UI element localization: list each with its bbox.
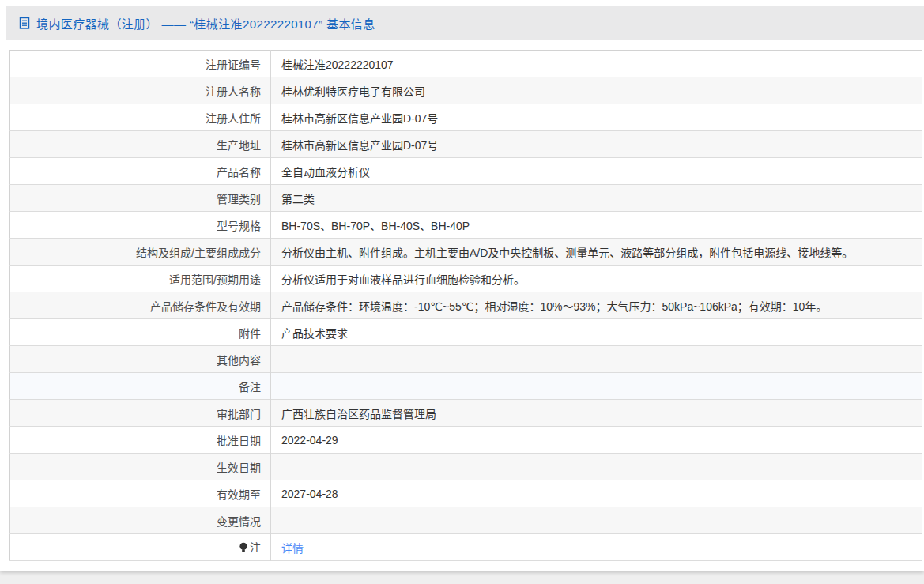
table-row: 注详情 xyxy=(10,534,922,561)
row-label: 适用范围/预期用途 xyxy=(10,266,271,292)
row-value: 桂林市高新区信息产业园D-07号 xyxy=(271,104,922,131)
row-label: 其他内容 xyxy=(10,346,271,373)
table-row: 管理类别第二类 xyxy=(10,185,922,212)
bulb-icon xyxy=(239,542,248,556)
page-title: 境内医疗器械（注册） —— “桂械注准20222220107” 基本信息 xyxy=(36,15,375,32)
row-value: 分析仪适用于对血液样品进行血细胞检验和分析。 xyxy=(271,266,922,292)
row-label: 生效日期 xyxy=(10,454,271,480)
row-value xyxy=(271,346,922,373)
row-value: 第二类 xyxy=(271,185,922,212)
content-page: 境内医疗器械（注册） —— “桂械注准20222220107” 基本信息 注册证… xyxy=(0,0,924,571)
table-row: 其他内容 xyxy=(10,346,922,373)
table-row: 备注 xyxy=(10,373,922,400)
row-label: 型号规格 xyxy=(10,212,271,239)
row-value: 分析仪由主机、附件组成。主机主要由A/D及中央控制板、测量单元、液路等部分组成，… xyxy=(271,239,922,266)
row-value: 2022-04-29 xyxy=(271,427,922,454)
page-header: 境内医疗器械（注册） —— “桂械注准20222220107” 基本信息 xyxy=(6,6,924,40)
table-row: 生效日期 xyxy=(10,454,922,480)
row-value: 2027-04-28 xyxy=(271,480,922,507)
row-label: 批准日期 xyxy=(10,427,271,454)
table-row: 注册证编号桂械注准20222220107 xyxy=(10,51,922,77)
row-label: 注 xyxy=(10,534,271,561)
table-row: 附件产品技术要求 xyxy=(10,319,922,346)
table-row: 批准日期2022-04-29 xyxy=(10,427,922,454)
row-label: 注册证编号 xyxy=(10,51,271,77)
row-label: 产品储存条件及有效期 xyxy=(10,292,271,319)
table-row: 适用范围/预期用途分析仪适用于对血液样品进行血细胞检验和分析。 xyxy=(10,266,922,292)
row-label: 生产地址 xyxy=(10,131,271,158)
row-value xyxy=(271,454,922,480)
row-label: 管理类别 xyxy=(10,185,271,212)
table-row: 注册人住所桂林市高新区信息产业园D-07号 xyxy=(10,104,922,131)
row-label: 审批部门 xyxy=(10,400,271,427)
table-row: 注册人名称桂林优利特医疗电子有限公司 xyxy=(10,77,922,104)
table-row: 产品名称全自动血液分析仪 xyxy=(10,158,922,185)
row-label: 附件 xyxy=(10,319,271,346)
table-row: 有效期至2027-04-28 xyxy=(10,480,922,507)
row-label: 注册人名称 xyxy=(10,77,271,104)
row-label: 备注 xyxy=(10,373,271,400)
row-value: 广西壮族自治区药品监督管理局 xyxy=(271,400,922,427)
table-row: 变更情况 xyxy=(10,507,922,534)
info-table-body: 注册证编号桂械注准20222220107注册人名称桂林优利特医疗电子有限公司注册… xyxy=(10,51,922,561)
row-value: 全自动血液分析仪 xyxy=(271,158,922,185)
table-row: 结构及组成/主要组成成分分析仪由主机、附件组成。主机主要由A/D及中央控制板、测… xyxy=(10,239,922,266)
row-value: 详情 xyxy=(271,534,922,561)
row-value: 桂林市高新区信息产业园D-07号 xyxy=(271,131,922,158)
row-label: 变更情况 xyxy=(10,507,271,534)
row-label: 注册人住所 xyxy=(10,104,271,131)
row-value: 产品技术要求 xyxy=(271,319,922,346)
row-value: 桂械注准20222220107 xyxy=(271,51,922,77)
document-icon xyxy=(18,17,31,30)
table-row: 审批部门广西壮族自治区药品监督管理局 xyxy=(10,400,922,427)
table-row: 型号规格BH-70S、BH-70P、BH-40S、BH-40P xyxy=(10,212,922,239)
row-label: 有效期至 xyxy=(10,480,271,507)
row-label: 产品名称 xyxy=(10,158,271,185)
table-row: 生产地址桂林市高新区信息产业园D-07号 xyxy=(10,131,922,158)
registration-info-table: 注册证编号桂械注准20222220107注册人名称桂林优利特医疗电子有限公司注册… xyxy=(9,50,922,561)
row-label: 结构及组成/主要组成成分 xyxy=(10,239,271,266)
row-value: 桂林优利特医疗电子有限公司 xyxy=(271,77,922,104)
row-value xyxy=(271,507,922,534)
row-value: BH-70S、BH-70P、BH-40S、BH-40P xyxy=(271,212,922,239)
details-link[interactable]: 详情 xyxy=(281,542,304,555)
row-value: 产品储存条件：环境温度：-10℃~55℃；相对湿度：10%～93%；大气压力：5… xyxy=(271,292,922,319)
table-row: 产品储存条件及有效期产品储存条件：环境温度：-10℃~55℃；相对湿度：10%～… xyxy=(10,292,922,319)
row-value xyxy=(271,373,922,400)
